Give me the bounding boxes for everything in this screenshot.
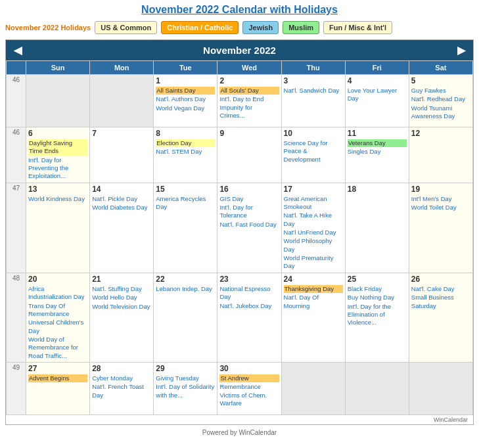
table-row: 23National Espresso DayNat'l. Jukebox Da… [217,273,281,363]
date-number: 26 [411,275,470,284]
list-item: Nat'l. Pickle Day [92,195,151,203]
date-number: 21 [92,275,151,284]
table-row [346,363,409,415]
table-row: 24Thanksgiving DayNat'l. Day Of Mourning [282,273,346,363]
list-item: World Day of Remembrance for Road Traffi… [28,336,87,360]
list-item: Africa Industrialization Day [28,285,87,302]
table-row: 11Veterans DaySingles Day [346,127,409,183]
list-item: Nat'l. Day Of Mourning [284,294,343,310]
btn-us[interactable]: US & Common [95,21,157,34]
table-row [409,363,473,415]
table-row: 2All Souls' DayInt'l. Day to End Impunit… [217,75,281,127]
week-num-header [7,61,26,75]
table-row [282,363,346,415]
calendar-header: ◀ November 2022 ▶ [6,40,473,60]
table-row: 16GIS DayInt'l. Day for ToleranceNat'l. … [217,183,281,273]
btn-christian[interactable]: Christian / Catholic [161,21,239,34]
table-row: 4Love Your Lawyer Day [346,75,409,127]
list-item: Nat'l. Sandwich Day [284,87,343,95]
date-number: 30 [219,364,279,373]
list-item: World Kindness Day [28,195,87,203]
date-number: 15 [156,185,215,194]
list-item: World Toilet Day [411,204,470,212]
date-number: 11 [348,129,407,138]
list-item: Nat'l. French Toast Day [92,383,151,399]
table-row: 21Nat'l. Stuffing DayWorld Hello DayWorl… [90,273,154,363]
date-number: 18 [348,185,407,194]
week-number-46: 46 [7,75,26,127]
list-item: Int'l Men's Day [411,195,470,203]
btn-muslim[interactable]: Muslim [283,21,319,34]
list-item: Int'l. Day for Preventing the Exploitati… [28,156,87,181]
date-number: 8 [156,129,215,138]
holiday-label: November 2022 Holidays [5,24,91,32]
table-row: 1All Saints DayNat'l. Authors DayWorld V… [154,75,217,127]
day-header-wed: Wed [217,61,281,75]
date-number: 17 [284,185,343,194]
powered-by: Powered by WinCalendar [0,428,479,437]
list-item: Giving Tuesday [156,374,215,382]
table-row: 28Cyber MondayNat'l. French Toast Day [90,363,154,415]
list-item: National Espresso Day [219,285,279,302]
list-item: Nat'l. Take A Hike Day [284,212,343,228]
page-title: November 2022 Calendar with Holidays [0,0,479,18]
list-item: World Vegan Day [156,104,215,112]
list-item: Election Day [156,139,215,147]
date-number: 16 [219,185,279,194]
date-number: 7 [92,129,151,138]
next-month-btn[interactable]: ▶ [457,44,465,56]
day-header-fri: Fri [346,61,409,75]
table-row: 12 [409,127,473,183]
table-row: 5Guy FawkesNat'l. Redhead DayWorld Tsuna… [409,75,473,127]
table-row: 15America Recycles Day [154,183,217,273]
list-item: Small Business Saturday [411,294,470,310]
date-number: 27 [28,364,87,373]
table-row: 30St AndrewRemembrance Victims of Chem. … [217,363,281,415]
list-item: GIS Day [219,195,279,203]
list-item: Lebanon Indep. Day [156,285,215,293]
wincalendar-label: WinCalendar [6,415,473,424]
date-number: 9 [219,129,279,138]
list-item: Love Your Lawyer Day [348,87,407,103]
date-number: 13 [28,185,87,194]
table-row: 10Science Day for Peace & Development [282,127,346,183]
date-number: 10 [284,129,343,138]
list-item: Singles Day [348,148,407,156]
date-number: 29 [156,364,215,373]
btn-fun[interactable]: Fun / Misc & Int'l [323,21,392,34]
date-number: 3 [284,76,343,85]
date-number: 28 [92,364,151,373]
list-item: Great American Smokeout [284,195,343,212]
table-row: 26Nat'l. Cake DaySmall Business Saturday [409,273,473,363]
date-number: 1 [156,76,215,85]
list-item: Nat'l. Fast Food Day [219,221,279,229]
btn-jewish[interactable]: Jewish [242,21,279,34]
day-header-sat: Sat [409,61,473,75]
date-number: 6 [28,129,87,138]
list-item: Nat'l. Stuffing Day [92,285,151,293]
list-item: World Television Day [92,303,151,311]
list-item: Veterans Day [348,139,407,147]
list-item: Nat'l. Jukebox Day [219,302,279,310]
week-number-46: 46 [7,127,26,183]
list-item: Trans Day Of Remembrance [28,302,87,319]
table-row: 22Lebanon Indep. Day [154,273,217,363]
list-item: Nat'l. Redhead Day [411,95,470,103]
date-number: 4 [348,76,407,85]
calendar-title: November 2022 [203,45,276,56]
list-item: Daylight Saving Time Ends [28,139,87,156]
list-item: Nat'l. STEM Day [156,148,215,156]
list-item: Nat'l UnFriend Day [284,229,343,236]
list-item: Science Day for Peace & Development [284,139,343,164]
list-item: Guy Fawkes [411,87,470,95]
table-row: 27Advent Begins [26,363,90,415]
prev-month-btn[interactable]: ◀ [14,44,22,56]
table-row: 13World Kindness Day [26,183,90,273]
table-row: 29Giving TuesdayInt'l. Day of Solidarity… [154,363,217,415]
list-item: World Diabetes Day [92,204,151,212]
table-row: 6Daylight Saving Time EndsInt'l. Day for… [26,127,90,183]
list-item: Black Friday [348,285,407,293]
list-item: World Prematurity Day [284,254,343,271]
date-number: 24 [284,275,343,284]
table-row: 25Black FridayBuy Nothing DayInt'l. Day … [346,273,409,363]
